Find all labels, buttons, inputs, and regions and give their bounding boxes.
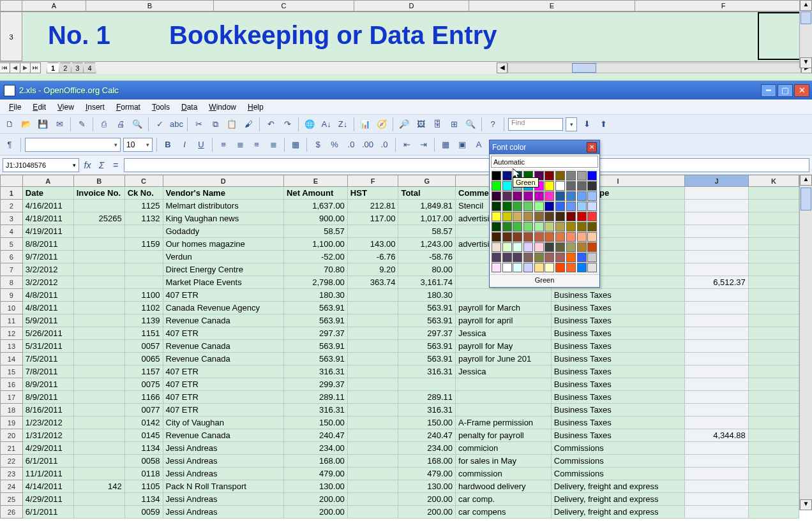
color-swatch[interactable] [555, 263, 565, 272]
cell[interactable] [748, 455, 799, 468]
row-header-15[interactable]: 15 [1, 365, 23, 378]
cell[interactable] [685, 391, 749, 404]
row-header-2[interactable]: 2 [1, 200, 23, 212]
col-header-J[interactable]: J [685, 175, 749, 187]
font-name-select[interactable]: ▾ [25, 138, 121, 152]
cell[interactable]: 3/2/2012 [22, 276, 73, 289]
cell[interactable] [748, 416, 799, 429]
cell[interactable]: 58.57 [284, 225, 348, 238]
color-swatch[interactable] [502, 202, 512, 211]
color-swatch[interactable] [545, 171, 554, 180]
color-swatch[interactable] [502, 232, 512, 242]
cell[interactable]: 200.00 [398, 493, 456, 506]
cell[interactable]: 316.31 [398, 365, 456, 378]
color-swatch[interactable] [513, 222, 522, 232]
color-swatch[interactable] [555, 253, 565, 262]
function-equals-icon[interactable]: = [110, 160, 121, 170]
color-swatch[interactable] [577, 181, 587, 191]
cell[interactable] [685, 353, 749, 365]
cell[interactable] [685, 506, 749, 519]
merge-cells-icon[interactable]: ▦ [289, 138, 303, 152]
cell[interactable]: 5/26/2011 [22, 327, 73, 340]
cell[interactable] [347, 468, 398, 480]
row-header-24[interactable]: 24 [1, 480, 23, 493]
header-cell[interactable]: Total [398, 187, 456, 200]
cell[interactable]: hardwood delivery [456, 480, 552, 493]
col-header-E[interactable]: E [284, 175, 348, 187]
paste-icon[interactable]: 📋 [225, 117, 239, 131]
sum-icon[interactable]: Σ [96, 160, 107, 170]
cell[interactable]: 0077 [124, 404, 163, 416]
find-next-up-icon[interactable]: ⬆ [596, 117, 610, 131]
tab-nav-first-icon[interactable]: ⏮ [0, 63, 10, 73]
cell[interactable]: Commissions [551, 455, 685, 468]
color-swatch[interactable] [566, 253, 576, 262]
menu-window[interactable]: Window [204, 101, 241, 114]
cell[interactable]: 0059 [124, 506, 163, 519]
cell[interactable]: 6/1/2011 [22, 455, 73, 468]
align-left-icon[interactable]: ≡ [216, 138, 230, 152]
cell[interactable]: Jessica [456, 327, 552, 340]
cell[interactable]: 563.91 [398, 353, 456, 365]
cell[interactable]: Canada Revenue Agency [163, 302, 284, 314]
minimize-button[interactable]: ━ [761, 84, 776, 97]
cell[interactable] [685, 251, 749, 263]
cell[interactable]: 1/31/2012 [22, 429, 73, 442]
cell[interactable] [124, 276, 163, 289]
color-swatch[interactable] [555, 202, 565, 211]
hscroll-left-icon[interactable]: ◀ [497, 63, 508, 73]
row-header-6[interactable]: 6 [1, 251, 23, 263]
navigator-icon[interactable]: 🧭 [375, 117, 389, 131]
color-swatch[interactable] [555, 181, 565, 191]
cell[interactable] [73, 378, 124, 391]
color-swatch[interactable] [534, 253, 544, 262]
cell[interactable]: 0075 [124, 378, 163, 391]
font-color-titlebar[interactable]: Font color ✕ [490, 140, 599, 154]
top-vscroll-down-icon[interactable]: ▼ [800, 57, 812, 68]
cell[interactable] [347, 302, 398, 314]
cell[interactable]: Business Taxes [551, 429, 685, 442]
cell[interactable] [73, 251, 124, 263]
cell[interactable] [73, 200, 124, 212]
titlebar[interactable]: 2.xls - OpenOffice.org Calc ━ ▢ ✕ [0, 81, 812, 99]
color-swatch[interactable] [545, 222, 554, 232]
color-swatch[interactable] [502, 242, 512, 252]
cell[interactable]: Revenue Canada [163, 353, 284, 365]
cell[interactable] [748, 365, 799, 378]
cell[interactable] [73, 302, 124, 314]
color-swatch[interactable] [534, 202, 544, 211]
cell[interactable]: 234.00 [284, 442, 348, 455]
styles-icon[interactable]: ¶ [3, 138, 17, 152]
row-header-13[interactable]: 13 [1, 340, 23, 353]
cell[interactable]: 316.31 [284, 365, 348, 378]
color-swatch[interactable] [566, 263, 576, 272]
cell[interactable]: Business Taxes [551, 340, 685, 353]
color-swatch[interactable] [545, 181, 554, 191]
cell[interactable] [685, 327, 749, 340]
row-header-3[interactable]: 3 [1, 212, 23, 225]
find-input[interactable]: Find [508, 118, 563, 131]
cell[interactable] [347, 506, 398, 519]
cell[interactable] [685, 314, 749, 327]
color-swatch[interactable] [502, 171, 512, 180]
color-swatch[interactable] [545, 191, 554, 201]
cell[interactable]: 363.74 [347, 276, 398, 289]
color-swatch[interactable] [577, 263, 587, 272]
row-header-5[interactable]: 5 [1, 238, 23, 251]
cell[interactable]: 407 ETR [163, 404, 284, 416]
cell[interactable]: 289.11 [398, 391, 456, 404]
menu-tools[interactable]: Tools [147, 101, 175, 114]
cell[interactable]: 0142 [124, 416, 163, 429]
color-swatch[interactable] [555, 222, 565, 232]
cell[interactable] [73, 276, 124, 289]
cell[interactable] [748, 238, 799, 251]
cell[interactable]: 563.91 [284, 302, 348, 314]
cell[interactable] [685, 468, 749, 480]
cell[interactable] [73, 289, 124, 302]
print-icon[interactable]: 🖨 [114, 117, 128, 131]
cell[interactable] [456, 391, 552, 404]
color-swatch[interactable] [492, 212, 501, 221]
cell[interactable]: 4/14/2011 [22, 480, 73, 493]
cell[interactable]: 180.30 [284, 289, 348, 302]
color-swatch[interactable] [555, 232, 565, 242]
